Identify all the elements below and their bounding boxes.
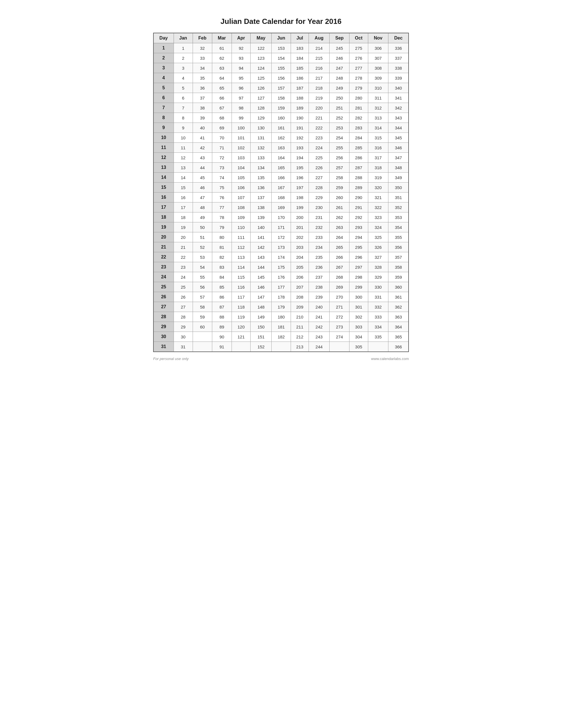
month-cell-jan: 28 <box>174 312 193 322</box>
month-cell-sep: 259 <box>329 183 349 193</box>
month-cell-dec: 351 <box>388 193 408 202</box>
month-cell-apr: 115 <box>232 272 251 282</box>
month-cell-sep: 256 <box>329 153 349 163</box>
month-cell-nov: 312 <box>368 103 388 113</box>
month-cell-jan: 31 <box>174 342 193 352</box>
table-row: 14144574105135166196227258288319349 <box>154 173 408 183</box>
month-cell-feb: 54 <box>193 262 212 272</box>
month-cell-may: 143 <box>251 252 272 262</box>
month-cell-mar: 81 <box>212 242 232 252</box>
table-row: 12124372103133164194225256286317347 <box>154 153 408 163</box>
month-cell-dec: 354 <box>388 222 408 232</box>
month-cell-may: 148 <box>251 302 272 312</box>
day-cell: 19 <box>154 222 174 232</box>
header-cell-may: May <box>251 33 272 43</box>
month-cell-feb: 39 <box>193 113 212 123</box>
month-cell-jan: 27 <box>174 302 193 312</box>
month-cell-may: 127 <box>251 93 272 103</box>
month-cell-jan: 4 <box>174 73 193 83</box>
month-cell-jan: 9 <box>174 123 193 133</box>
month-cell-dec: 338 <box>388 63 408 73</box>
month-cell-apr: 116 <box>232 282 251 292</box>
table-row: 77386798128159189220251281312342 <box>154 103 408 113</box>
month-cell-oct: 283 <box>349 123 368 133</box>
month-cell-feb: 37 <box>193 93 212 103</box>
month-cell-aug: 215 <box>308 53 329 63</box>
month-cell-jul: 205 <box>291 262 308 272</box>
month-cell-aug: 232 <box>308 222 329 232</box>
month-cell-nov: 335 <box>368 332 388 342</box>
month-cell-jan: 23 <box>174 262 193 272</box>
month-cell-aug: 218 <box>308 83 329 93</box>
month-cell-feb: 56 <box>193 282 212 292</box>
month-cell-feb: 44 <box>193 163 212 173</box>
month-cell-nov: 321 <box>368 193 388 202</box>
month-cell-jul: 197 <box>291 183 308 193</box>
day-cell: 8 <box>154 113 174 123</box>
month-cell-dec: 348 <box>388 163 408 173</box>
month-cell-jul: 196 <box>291 173 308 183</box>
month-cell-aug: 223 <box>308 133 329 143</box>
table-row: 27275887118148179209240271301332362 <box>154 302 408 312</box>
table-row: 55366596126157187218249279310340 <box>154 83 408 93</box>
day-cell: 5 <box>154 83 174 93</box>
table-row: 313191152213244305366 <box>154 342 408 352</box>
month-cell-jan: 6 <box>174 93 193 103</box>
day-cell: 13 <box>154 163 174 173</box>
month-cell-aug: 243 <box>308 332 329 342</box>
month-cell-dec: 340 <box>388 83 408 93</box>
month-cell-dec: 364 <box>388 322 408 332</box>
month-cell-jul: 190 <box>291 113 308 123</box>
month-cell-aug: 234 <box>308 242 329 252</box>
month-cell-oct: 278 <box>349 73 368 83</box>
month-cell-jun: 173 <box>272 242 291 252</box>
month-cell-oct: 297 <box>349 262 368 272</box>
month-cell-may: 152 <box>251 342 272 352</box>
month-cell-jun: 165 <box>272 163 291 173</box>
month-cell-dec: 339 <box>388 73 408 83</box>
month-cell-apr: 114 <box>232 262 251 272</box>
month-cell-jul: 187 <box>291 83 308 93</box>
day-cell: 26 <box>154 292 174 302</box>
month-cell-nov: 315 <box>368 133 388 143</box>
day-cell: 12 <box>154 153 174 163</box>
calendar-table: DayJanFebMarAprMayJunJulAugSepOctNovDec … <box>153 33 409 352</box>
month-cell-aug: 239 <box>308 292 329 302</box>
month-cell-apr: 111 <box>232 232 251 242</box>
month-cell-aug: 222 <box>308 123 329 133</box>
month-cell-mar: 78 <box>212 212 232 222</box>
table-row: 22336293123154184215246276307337 <box>154 53 408 63</box>
month-cell-sep: 255 <box>329 143 349 153</box>
month-cell-dec: 365 <box>388 332 408 342</box>
month-cell-mar: 70 <box>212 133 232 143</box>
table-row: 15154675106136167197228259289320350 <box>154 183 408 193</box>
month-cell-jul: 201 <box>291 222 308 232</box>
month-cell-jun: 166 <box>272 173 291 183</box>
month-cell-may: 136 <box>251 183 272 193</box>
month-cell-jul: 184 <box>291 53 308 63</box>
month-cell-may: 126 <box>251 83 272 93</box>
month-cell-feb: 36 <box>193 83 212 93</box>
month-cell-mar: 77 <box>212 202 232 212</box>
month-cell-aug: 226 <box>308 163 329 173</box>
header-cell-sep: Sep <box>329 33 349 43</box>
month-cell-jan: 14 <box>174 173 193 183</box>
month-cell-aug: 221 <box>308 113 329 123</box>
month-cell-sep: 268 <box>329 272 349 282</box>
month-cell-sep: 258 <box>329 173 349 183</box>
month-cell-dec: 349 <box>388 173 408 183</box>
header-cell-aug: Aug <box>308 33 329 43</box>
month-cell-jun: 174 <box>272 252 291 262</box>
day-cell: 18 <box>154 212 174 222</box>
month-cell-dec: 341 <box>388 93 408 103</box>
day-cell: 3 <box>154 63 174 73</box>
month-cell-oct: 276 <box>349 53 368 63</box>
month-cell-dec: 366 <box>388 342 408 352</box>
day-cell: 29 <box>154 322 174 332</box>
month-cell-oct: 275 <box>349 43 368 53</box>
month-cell-feb: 53 <box>193 252 212 262</box>
page-title: Julian Date Calendar for Year 2016 <box>153 17 409 26</box>
month-cell-feb: 38 <box>193 103 212 113</box>
month-cell-feb <box>193 342 212 352</box>
month-cell-mar: 90 <box>212 332 232 342</box>
